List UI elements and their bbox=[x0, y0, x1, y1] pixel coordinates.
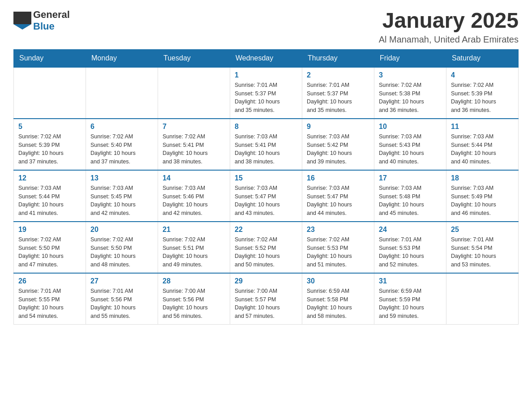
day-number: 8 bbox=[235, 123, 297, 131]
day-number: 22 bbox=[235, 226, 297, 234]
calendar-week-row: 1Sunrise: 7:01 AM Sunset: 5:37 PM Daylig… bbox=[14, 67, 519, 119]
day-number: 20 bbox=[90, 226, 153, 234]
day-info: Sunrise: 7:02 AM Sunset: 5:39 PM Dayligh… bbox=[18, 133, 81, 166]
header-thursday: Thursday bbox=[302, 49, 374, 67]
day-info: Sunrise: 7:02 AM Sunset: 5:53 PM Dayligh… bbox=[307, 235, 369, 269]
header-sunday: Sunday bbox=[14, 49, 86, 67]
table-row: 16Sunrise: 7:03 AM Sunset: 5:47 PM Dayli… bbox=[302, 170, 374, 222]
title-section: January 2025 Al Manamah, United Arab Emi… bbox=[379, 9, 519, 45]
table-row: 13Sunrise: 7:03 AM Sunset: 5:45 PM Dayli… bbox=[86, 170, 158, 222]
day-info: Sunrise: 7:03 AM Sunset: 5:41 PM Dayligh… bbox=[235, 133, 297, 166]
calendar-table: Sunday Monday Tuesday Wednesday Thursday… bbox=[13, 49, 519, 325]
location-title: Al Manamah, United Arab Emirates bbox=[379, 34, 519, 45]
header-saturday: Saturday bbox=[446, 49, 519, 67]
table-row: 18Sunrise: 7:03 AM Sunset: 5:49 PM Dayli… bbox=[446, 170, 519, 222]
day-info: Sunrise: 7:03 AM Sunset: 5:43 PM Dayligh… bbox=[379, 133, 442, 166]
logo-general-text: General bbox=[33, 9, 70, 20]
day-info: Sunrise: 7:02 AM Sunset: 5:38 PM Dayligh… bbox=[379, 81, 442, 115]
day-number: 26 bbox=[18, 277, 81, 285]
day-info: Sunrise: 7:03 AM Sunset: 5:46 PM Dayligh… bbox=[163, 184, 225, 218]
day-info: Sunrise: 7:01 AM Sunset: 5:56 PM Dayligh… bbox=[90, 287, 153, 321]
day-number: 13 bbox=[90, 174, 153, 182]
month-title: January 2025 bbox=[379, 9, 519, 33]
day-number: 18 bbox=[451, 174, 514, 182]
table-row: 23Sunrise: 7:02 AM Sunset: 5:53 PM Dayli… bbox=[302, 222, 374, 273]
day-number: 23 bbox=[307, 226, 369, 234]
table-row: 9Sunrise: 7:03 AM Sunset: 5:42 PM Daylig… bbox=[302, 119, 374, 170]
table-row: 2Sunrise: 7:01 AM Sunset: 5:37 PM Daylig… bbox=[302, 67, 374, 119]
table-row: 1Sunrise: 7:01 AM Sunset: 5:37 PM Daylig… bbox=[230, 67, 302, 119]
day-number: 16 bbox=[307, 174, 369, 182]
table-row: 10Sunrise: 7:03 AM Sunset: 5:43 PM Dayli… bbox=[374, 119, 446, 170]
day-info: Sunrise: 7:01 AM Sunset: 5:54 PM Dayligh… bbox=[451, 235, 514, 269]
day-number: 4 bbox=[451, 71, 514, 79]
calendar-week-row: 12Sunrise: 7:03 AM Sunset: 5:44 PM Dayli… bbox=[14, 170, 519, 222]
day-info: Sunrise: 7:03 AM Sunset: 5:48 PM Dayligh… bbox=[379, 184, 442, 218]
header-friday: Friday bbox=[374, 49, 446, 67]
day-number: 19 bbox=[18, 226, 81, 234]
day-info: Sunrise: 7:02 AM Sunset: 5:51 PM Dayligh… bbox=[163, 235, 225, 269]
day-info: Sunrise: 7:02 AM Sunset: 5:52 PM Dayligh… bbox=[235, 235, 297, 269]
table-row: 26Sunrise: 7:01 AM Sunset: 5:55 PM Dayli… bbox=[14, 273, 86, 325]
day-number: 24 bbox=[379, 226, 442, 234]
day-number: 5 bbox=[18, 123, 81, 131]
day-number: 30 bbox=[307, 277, 369, 285]
logo: General Blue bbox=[13, 9, 70, 32]
day-info: Sunrise: 6:59 AM Sunset: 5:59 PM Dayligh… bbox=[379, 287, 442, 321]
table-row: 15Sunrise: 7:03 AM Sunset: 5:47 PM Dayli… bbox=[230, 170, 302, 222]
day-number: 25 bbox=[451, 226, 514, 234]
day-info: Sunrise: 7:02 AM Sunset: 5:50 PM Dayligh… bbox=[90, 235, 153, 269]
day-number: 2 bbox=[307, 71, 369, 79]
header-monday: Monday bbox=[86, 49, 158, 67]
day-info: Sunrise: 7:03 AM Sunset: 5:44 PM Dayligh… bbox=[18, 184, 81, 218]
table-row: 27Sunrise: 7:01 AM Sunset: 5:56 PM Dayli… bbox=[86, 273, 158, 325]
day-number: 12 bbox=[18, 174, 81, 182]
table-row: 5Sunrise: 7:02 AM Sunset: 5:39 PM Daylig… bbox=[14, 119, 86, 170]
day-info: Sunrise: 7:02 AM Sunset: 5:41 PM Dayligh… bbox=[163, 133, 225, 166]
table-row: 7Sunrise: 7:02 AM Sunset: 5:41 PM Daylig… bbox=[158, 119, 230, 170]
day-number: 1 bbox=[235, 71, 297, 79]
day-number: 6 bbox=[90, 123, 153, 131]
day-info: Sunrise: 7:01 AM Sunset: 5:55 PM Dayligh… bbox=[18, 287, 81, 321]
table-row: 22Sunrise: 7:02 AM Sunset: 5:52 PM Dayli… bbox=[230, 222, 302, 273]
day-number: 15 bbox=[235, 174, 297, 182]
table-row: 12Sunrise: 7:03 AM Sunset: 5:44 PM Dayli… bbox=[14, 170, 86, 222]
table-row: 29Sunrise: 7:00 AM Sunset: 5:57 PM Dayli… bbox=[230, 273, 302, 325]
table-row: 25Sunrise: 7:01 AM Sunset: 5:54 PM Dayli… bbox=[446, 222, 519, 273]
day-number: 21 bbox=[163, 226, 225, 234]
day-number: 31 bbox=[379, 277, 442, 285]
table-row bbox=[158, 67, 230, 119]
day-info: Sunrise: 7:00 AM Sunset: 5:57 PM Dayligh… bbox=[235, 287, 297, 321]
day-number: 28 bbox=[163, 277, 225, 285]
day-number: 11 bbox=[451, 123, 514, 131]
svg-rect-0 bbox=[13, 12, 31, 24]
logo-icon bbox=[13, 12, 31, 30]
table-row: 3Sunrise: 7:02 AM Sunset: 5:38 PM Daylig… bbox=[374, 67, 446, 119]
day-number: 3 bbox=[379, 71, 442, 79]
svg-marker-1 bbox=[13, 24, 31, 30]
day-number: 17 bbox=[379, 174, 442, 182]
calendar-week-row: 5Sunrise: 7:02 AM Sunset: 5:39 PM Daylig… bbox=[14, 119, 519, 170]
table-row: 6Sunrise: 7:02 AM Sunset: 5:40 PM Daylig… bbox=[86, 119, 158, 170]
day-info: Sunrise: 7:01 AM Sunset: 5:53 PM Dayligh… bbox=[379, 235, 442, 269]
table-row: 30Sunrise: 6:59 AM Sunset: 5:58 PM Dayli… bbox=[302, 273, 374, 325]
day-number: 7 bbox=[163, 123, 225, 131]
day-info: Sunrise: 7:01 AM Sunset: 5:37 PM Dayligh… bbox=[235, 81, 297, 115]
day-info: Sunrise: 7:03 AM Sunset: 5:45 PM Dayligh… bbox=[90, 184, 153, 218]
day-number: 10 bbox=[379, 123, 442, 131]
table-row: 31Sunrise: 6:59 AM Sunset: 5:59 PM Dayli… bbox=[374, 273, 446, 325]
table-row bbox=[446, 273, 519, 325]
day-number: 9 bbox=[307, 123, 369, 131]
day-info: Sunrise: 7:02 AM Sunset: 5:40 PM Dayligh… bbox=[90, 133, 153, 166]
day-info: Sunrise: 7:01 AM Sunset: 5:37 PM Dayligh… bbox=[307, 81, 369, 115]
day-info: Sunrise: 7:03 AM Sunset: 5:47 PM Dayligh… bbox=[307, 184, 369, 218]
day-info: Sunrise: 7:03 AM Sunset: 5:47 PM Dayligh… bbox=[235, 184, 297, 218]
table-row: 19Sunrise: 7:02 AM Sunset: 5:50 PM Dayli… bbox=[14, 222, 86, 273]
table-row: 8Sunrise: 7:03 AM Sunset: 5:41 PM Daylig… bbox=[230, 119, 302, 170]
table-row bbox=[14, 67, 86, 119]
day-info: Sunrise: 6:59 AM Sunset: 5:58 PM Dayligh… bbox=[307, 287, 369, 321]
table-row bbox=[86, 67, 158, 119]
table-row: 28Sunrise: 7:00 AM Sunset: 5:56 PM Dayli… bbox=[158, 273, 230, 325]
day-info: Sunrise: 7:03 AM Sunset: 5:49 PM Dayligh… bbox=[451, 184, 514, 218]
calendar-week-row: 26Sunrise: 7:01 AM Sunset: 5:55 PM Dayli… bbox=[14, 273, 519, 325]
